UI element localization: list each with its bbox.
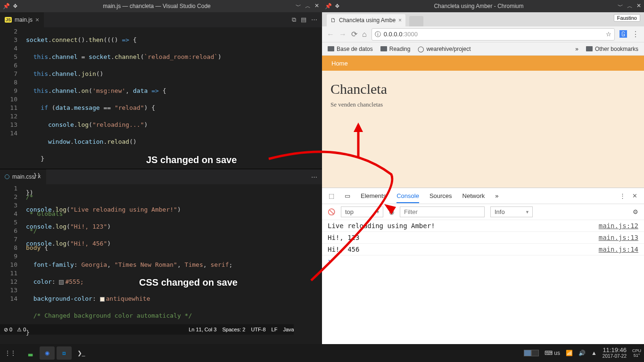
maximize-icon[interactable]: ︿	[305, 2, 311, 10]
source-link[interactable]: main.js:12	[599, 222, 638, 230]
console-output[interactable]: Live reloading using Amber! main.js:12 H…	[322, 220, 644, 255]
tab-elements[interactable]: Elements	[361, 192, 386, 199]
rendered-page: Home Chancleta Se venden chancletas ⬚ ▭ …	[322, 56, 644, 344]
home-button[interactable]: ⌂	[362, 30, 367, 39]
tab-main-js[interactable]: JS main.js ×	[0, 12, 44, 27]
desktop-taskbar[interactable]: ⋮⋮ ▃ ◉ ⧈ ❯_ ⌨ us 📶 🔊 ▲ 11:19:46 2017-07-…	[0, 344, 644, 362]
bookmark-folder[interactable]: Base de datos	[328, 46, 373, 52]
inspect-icon[interactable]: ⬚	[329, 192, 334, 199]
page-icon: 🗋	[330, 17, 336, 24]
console-line[interactable]: Live reloading using Amber! main.js:12	[322, 220, 644, 232]
arrow-up-icon[interactable]: ❖	[335, 3, 340, 9]
taskbar-clock[interactable]: 11:19:46 2017-07-22	[603, 347, 627, 359]
editor-tabs-js: JS main.js × ⧉ ▤ ⋯	[0, 12, 322, 27]
console-line[interactable]: Hi!, 456 main.js:14	[322, 244, 644, 255]
browser-tab-title: Chancleta using Ambe	[339, 17, 396, 24]
css-file-icon	[5, 174, 9, 179]
taskbar-app-vscode[interactable]: ⧈	[57, 346, 72, 360]
reload-button[interactable]: ⟳	[351, 30, 357, 39]
folder-icon	[328, 46, 334, 51]
split-icon[interactable]: ▤	[301, 16, 306, 24]
profile-badge[interactable]: Faustino	[614, 14, 640, 22]
context-selector[interactable]: top	[341, 206, 383, 217]
workspace-pager[interactable]	[524, 350, 539, 356]
settings-icon[interactable]: ⚙	[633, 208, 638, 215]
pin-icon[interactable]: 📌	[325, 3, 332, 9]
compare-icon[interactable]: ⧉	[292, 16, 296, 24]
other-bookmarks[interactable]: Other bookmarks	[586, 46, 638, 52]
devtools-menu-icon[interactable]: ⋮	[619, 192, 626, 199]
hero-section: Chancleta Se venden chancletas	[322, 71, 644, 188]
tab-label: main.js	[15, 16, 33, 23]
close-tab-icon[interactable]: ×	[398, 17, 402, 24]
updates-icon[interactable]: ▲	[591, 350, 597, 356]
vscode-window: 📌 ❖ main.js — chancleta — Visual Studio …	[0, 0, 322, 344]
star-icon[interactable]: ☆	[606, 31, 611, 38]
menu-icon[interactable]: ⋮	[632, 30, 639, 39]
minimize-icon[interactable]: ﹀	[618, 2, 623, 10]
tabs-overflow[interactable]: »	[495, 192, 498, 199]
close-icon[interactable]: ✕	[636, 2, 641, 10]
app-menu-icon[interactable]: ⋮⋮	[3, 346, 18, 360]
devtools-panel[interactable]: ⬚ ▭ Elements Console Sources Network » ⋮…	[322, 188, 644, 344]
minimize-icon[interactable]: ﹀	[296, 2, 301, 10]
minimap[interactable]	[294, 27, 322, 169]
github-icon: ◯	[418, 46, 424, 52]
vscode-titlebar[interactable]: 📌 ❖ main.js — chancleta — Visual Studio …	[0, 0, 322, 12]
maximize-icon[interactable]: ︿	[627, 2, 633, 10]
pin-icon[interactable]: 📌	[3, 3, 10, 9]
code-area-css[interactable]: /* * Globals */ body { font-family: Geor…	[26, 184, 294, 362]
clear-console-icon[interactable]: 🚫	[328, 208, 335, 215]
bookmark-link[interactable]: ◯wearehive/project	[418, 46, 471, 52]
folder-icon	[380, 46, 387, 51]
taskbar-app-terminal[interactable]: ❯_	[74, 346, 89, 360]
address-bar[interactable]: ⓘ 0.0.0.0:3000 ☆	[372, 28, 615, 41]
close-icon[interactable]: ✕	[314, 2, 319, 10]
source-link[interactable]: main.js:14	[599, 246, 638, 253]
arrow-up-icon[interactable]: ❖	[13, 3, 18, 9]
devtools-close-icon[interactable]: ✕	[632, 192, 637, 199]
console-line[interactable]: Hi!, 123 main.js:13	[322, 232, 644, 244]
cpu-widget[interactable]: CPU 51°	[632, 348, 641, 358]
eye-icon[interactable]: ◉	[389, 208, 394, 215]
tab-sources[interactable]: Sources	[429, 192, 452, 199]
devtools-tabs: ⬚ ▭ Elements Console Sources Network » ⋮…	[322, 188, 644, 204]
vscode-window-title: main.js — chancleta — Visual Studio Code	[18, 3, 296, 9]
console-toolbar: 🚫 top ◉ Info ⚙	[322, 204, 644, 220]
editor-js[interactable]: 234567891011121314 socket.connect().then…	[0, 27, 322, 169]
keyboard-layout-indicator[interactable]: ⌨ us	[545, 350, 560, 356]
browser-tab[interactable]: 🗋 Chancleta using Ambe ×	[327, 14, 405, 26]
code-area-js[interactable]: socket.connect().then((() => { this.chan…	[26, 27, 294, 169]
taskbar-app-monitor[interactable]: ▃	[23, 346, 38, 360]
volume-icon[interactable]: 🔊	[578, 350, 586, 356]
source-link[interactable]: main.js:13	[599, 234, 638, 241]
console-prompt[interactable]: ❯	[322, 255, 644, 268]
tab-network[interactable]: Network	[462, 192, 485, 199]
nav-home-link[interactable]: Home	[331, 60, 348, 67]
bookmarks-overflow[interactable]: »	[575, 46, 578, 52]
device-icon[interactable]: ▭	[345, 192, 350, 199]
taskbar-app-chromium[interactable]: ◉	[40, 346, 55, 360]
new-tab-button[interactable]	[409, 16, 423, 26]
filter-input[interactable]	[400, 206, 485, 217]
minimap[interactable]	[294, 184, 322, 362]
chrome-tabstrip[interactable]: 🗋 Chancleta using Ambe × Faustino	[322, 12, 644, 26]
translate-icon[interactable]: 🅶	[619, 30, 627, 39]
chrome-window-title: Chancleta using Amber - Chromium	[340, 3, 618, 9]
forward-button[interactable]: →	[339, 30, 347, 39]
gutter: 234567891011121314	[0, 27, 26, 169]
editor-css[interactable]: 1234567891011121314 /* * Globals */ body…	[0, 184, 322, 362]
gutter: 1234567891011121314	[0, 184, 26, 362]
info-icon[interactable]: ⓘ	[375, 30, 381, 39]
bookmarks-bar[interactable]: Base de datos Reading ◯wearehive/project…	[322, 42, 644, 56]
tab-console[interactable]: Console	[396, 192, 419, 203]
chromium-window: 📌 ❖ Chancleta using Amber - Chromium ﹀ ︿…	[322, 0, 644, 344]
bookmark-folder[interactable]: Reading	[380, 46, 411, 52]
more-icon[interactable]: ⋯	[311, 16, 317, 24]
back-button[interactable]: ←	[327, 30, 334, 39]
close-tab-icon[interactable]: ×	[35, 16, 39, 24]
chrome-titlebar[interactable]: 📌 ❖ Chancleta using Amber - Chromium ﹀ ︿…	[322, 0, 644, 12]
wifi-icon[interactable]: 📶	[566, 350, 573, 356]
log-level-selector[interactable]: Info	[490, 206, 533, 217]
more-icon[interactable]: ⋯	[311, 173, 317, 181]
